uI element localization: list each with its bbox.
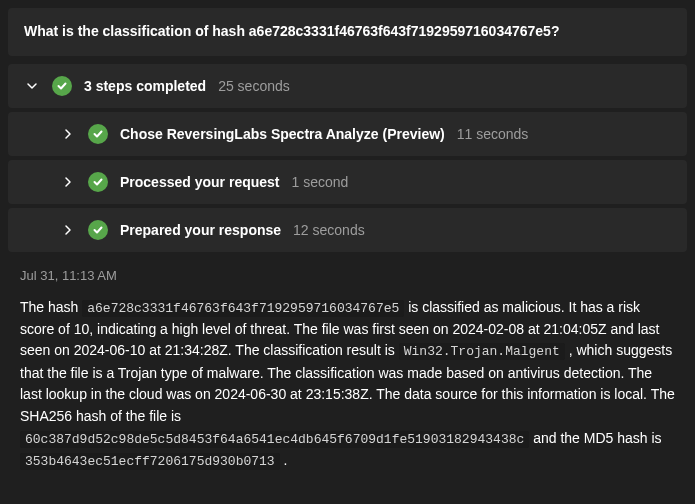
- step-row-1[interactable]: Processed your request 1 second: [8, 160, 687, 204]
- response-part: and the MD5 hash is: [529, 430, 661, 446]
- response-part: The hash: [20, 299, 82, 315]
- response-part: .: [280, 452, 288, 468]
- check-icon: [88, 220, 108, 240]
- step-label: Processed your request: [120, 174, 280, 190]
- check-icon: [88, 172, 108, 192]
- hash-sha256: 60c387d9d52c98de5c5d8453f64a6541ec4db645…: [20, 431, 529, 448]
- step-duration: 1 second: [292, 174, 349, 190]
- response-text: The hash a6e728c3331f46763f643f719295971…: [0, 291, 695, 488]
- summary-duration: 25 seconds: [218, 78, 290, 94]
- summary-row[interactable]: 3 steps completed 25 seconds: [8, 64, 687, 108]
- step-duration: 12 seconds: [293, 222, 365, 238]
- chevron-right-icon: [60, 128, 76, 140]
- question-text: What is the classification of hash a6e72…: [24, 22, 671, 42]
- summary-label: 3 steps completed: [84, 78, 206, 94]
- check-icon: [52, 76, 72, 96]
- classification: Win32.Trojan.Malgent: [399, 343, 565, 360]
- check-icon: [88, 124, 108, 144]
- step-row-0[interactable]: Chose ReversingLabs Spectra Analyze (Pre…: [8, 112, 687, 156]
- chevron-right-icon: [60, 224, 76, 236]
- step-duration: 11 seconds: [457, 126, 529, 142]
- timestamp: Jul 31, 11:13 AM: [0, 256, 695, 291]
- chevron-down-icon: [24, 80, 40, 92]
- step-label: Prepared your response: [120, 222, 281, 238]
- hash-md5: 353b4643ec51ecff7206175d930b0713: [20, 453, 280, 470]
- chevron-right-icon: [60, 176, 76, 188]
- step-row-2[interactable]: Prepared your response 12 seconds: [8, 208, 687, 252]
- step-label: Chose ReversingLabs Spectra Analyze (Pre…: [120, 126, 445, 142]
- hash-sha1: a6e728c3331f46763f643f7192959716034767e5: [82, 300, 404, 317]
- question-card: What is the classification of hash a6e72…: [8, 8, 687, 56]
